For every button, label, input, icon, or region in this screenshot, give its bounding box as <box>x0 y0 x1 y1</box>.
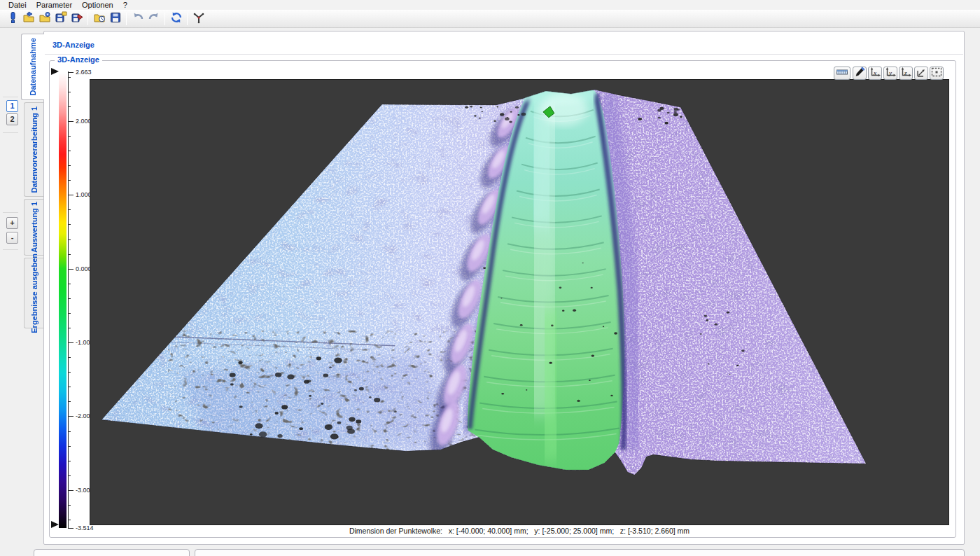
pipette-icon <box>853 67 866 81</box>
sidebar-divider <box>3 212 18 213</box>
fit-view-icon <box>930 67 943 81</box>
open-project-button[interactable] <box>20 11 36 27</box>
groupbox-title: 3D-Anzeige <box>55 55 102 64</box>
bottom-panel-stub-right <box>195 549 965 556</box>
redo-button[interactable] <box>146 11 162 27</box>
axes-tool-button[interactable] <box>190 11 206 27</box>
sidebar-tab-datenvorverarbeitung-1[interactable]: Datenvorverarbeitung 1 <box>24 102 43 197</box>
tab-3d-anzeige[interactable]: 3D-Anzeige <box>52 41 94 49</box>
add-step-button[interactable]: + <box>6 217 18 229</box>
view-y-button[interactable]: y <box>883 67 897 80</box>
colorbar-icon <box>836 67 848 81</box>
toolbar-separator <box>164 13 165 25</box>
sidebar-divider <box>3 97 18 97</box>
sidebar-tab-label: Ergebnisse ausgeben <box>30 253 38 333</box>
save-folder-icon <box>55 11 67 27</box>
svg-text:y: y <box>888 69 892 76</box>
sidebar-tab-label: Auswertung 1 <box>30 202 38 253</box>
colorbar-top-marker[interactable] <box>51 68 59 75</box>
remove-step-button[interactable]: - <box>6 232 18 244</box>
sidebar-tab-datenaufnahme[interactable]: Datenaufnahme <box>21 34 44 100</box>
save-button[interactable] <box>107 11 123 27</box>
sidebar-divider <box>3 132 18 133</box>
folder-gear-icon <box>38 11 51 27</box>
sidebar-divider <box>3 249 18 250</box>
page-button-1[interactable]: 1 <box>6 100 18 112</box>
svg-text:x: x <box>873 69 876 76</box>
menu-item-hilfe[interactable]: ? <box>123 1 127 9</box>
weld-seam-point-cloud[interactable] <box>90 80 948 524</box>
reload-data-button[interactable] <box>168 11 184 27</box>
recent-files-button[interactable] <box>91 11 107 27</box>
sidebar-tab-label: Datenaufnahme <box>29 38 37 96</box>
refresh-icon <box>170 11 183 27</box>
axis-letter-icon: y <box>884 67 897 81</box>
save-project-button[interactable] <box>52 11 69 27</box>
view-z-button[interactable]: z <box>899 67 913 80</box>
open-parameters-button[interactable] <box>36 11 52 27</box>
axis-letter-icon: z <box>899 67 912 81</box>
export-data-button[interactable] <box>69 11 85 27</box>
sidebar-tab-label: Datenvorverarbeitung 1 <box>30 106 38 193</box>
color-scale-bar <box>59 72 66 528</box>
iso-view-icon <box>915 67 927 81</box>
tab-rule <box>45 54 963 55</box>
svg-text:z: z <box>904 69 907 76</box>
redo-icon <box>148 11 160 27</box>
undo-icon <box>132 11 144 27</box>
page-button-2[interactable]: 2 <box>6 113 18 125</box>
pick-point-button[interactable] <box>853 67 867 80</box>
sidebar-tab-ergebnisse-ausgeben[interactable]: Ergebnisse ausgeben <box>24 258 43 328</box>
view-x-button[interactable]: x <box>868 67 882 80</box>
save-icon <box>109 11 122 27</box>
folder-clock-icon <box>93 11 106 27</box>
menu-item-optionen[interactable]: Optionen <box>82 1 113 9</box>
pointcloud-dimension-status: Dimension der Punktewolke: x: [-40.000; … <box>90 527 949 535</box>
axes-icon <box>192 11 205 27</box>
menubar: DateiParameterOptionen? <box>0 0 980 10</box>
undo-button[interactable] <box>130 11 146 27</box>
toolbar-separator <box>88 13 88 25</box>
sidebar-tab-auswertung-1[interactable]: Auswertung 1 <box>24 199 43 256</box>
toolbar-separator <box>187 13 188 25</box>
app-window: DateiParameterOptionen? > DatenaufnahmeD… <box>0 0 980 556</box>
3d-viewport[interactable] <box>90 79 949 525</box>
toolbar-separator <box>126 13 127 25</box>
colorbar-bottom-marker[interactable] <box>51 521 59 528</box>
menu-item-parameter[interactable]: Parameter <box>36 1 72 9</box>
start-measurement-icon <box>6 11 19 27</box>
menu-item-datei[interactable]: Datei <box>8 1 27 9</box>
toolbar <box>0 10 980 28</box>
fit-view-button[interactable] <box>930 67 944 80</box>
view-iso-button[interactable] <box>914 67 928 80</box>
colormap-button[interactable] <box>834 67 850 80</box>
colorbar-tick-label: 2.663 <box>76 69 92 76</box>
axis-letter-icon: x <box>869 67 881 81</box>
folder-open-icon <box>22 11 35 27</box>
start-measurement-button[interactable] <box>4 11 20 27</box>
save-export-icon <box>71 11 83 27</box>
bottom-panel-stub-left <box>34 549 190 556</box>
